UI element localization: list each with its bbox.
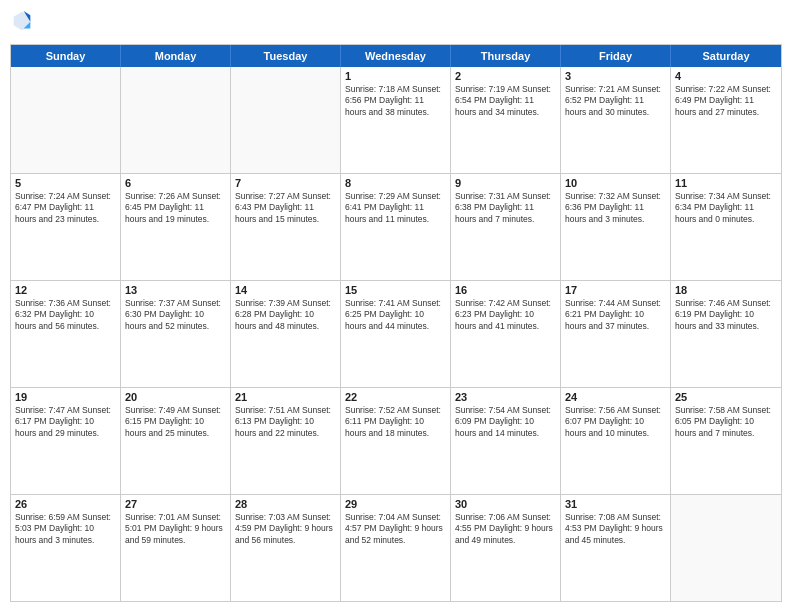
day-info: Sunrise: 7:58 AM Sunset: 6:05 PM Dayligh… [675,405,777,439]
day-number: 29 [345,498,446,510]
day-number: 1 [345,70,446,82]
day-number: 20 [125,391,226,403]
day-number: 25 [675,391,777,403]
day-number: 11 [675,177,777,189]
logo-icon [12,10,32,32]
day-info: Sunrise: 7:29 AM Sunset: 6:41 PM Dayligh… [345,191,446,225]
calendar: SundayMondayTuesdayWednesdayThursdayFrid… [10,44,782,602]
day-info: Sunrise: 7:56 AM Sunset: 6:07 PM Dayligh… [565,405,666,439]
day-number: 27 [125,498,226,510]
day-cell-22: 22Sunrise: 7:52 AM Sunset: 6:11 PM Dayli… [341,388,451,494]
day-number: 5 [15,177,116,189]
day-cell-26: 26Sunrise: 6:59 AM Sunset: 5:03 PM Dayli… [11,495,121,601]
day-info: Sunrise: 7:54 AM Sunset: 6:09 PM Dayligh… [455,405,556,439]
day-info: Sunrise: 7:51 AM Sunset: 6:13 PM Dayligh… [235,405,336,439]
day-info: Sunrise: 7:18 AM Sunset: 6:56 PM Dayligh… [345,84,446,118]
day-info: Sunrise: 7:39 AM Sunset: 6:28 PM Dayligh… [235,298,336,332]
day-info: Sunrise: 7:41 AM Sunset: 6:25 PM Dayligh… [345,298,446,332]
day-number: 23 [455,391,556,403]
day-number: 21 [235,391,336,403]
day-info: Sunrise: 7:01 AM Sunset: 5:01 PM Dayligh… [125,512,226,546]
calendar-body: 1Sunrise: 7:18 AM Sunset: 6:56 PM Daylig… [11,67,781,601]
day-info: Sunrise: 7:52 AM Sunset: 6:11 PM Dayligh… [345,405,446,439]
day-number: 28 [235,498,336,510]
day-cell-24: 24Sunrise: 7:56 AM Sunset: 6:07 PM Dayli… [561,388,671,494]
day-info: Sunrise: 6:59 AM Sunset: 5:03 PM Dayligh… [15,512,116,546]
header-day-sunday: Sunday [11,45,121,67]
day-cell-28: 28Sunrise: 7:03 AM Sunset: 4:59 PM Dayli… [231,495,341,601]
day-cell-6: 6Sunrise: 7:26 AM Sunset: 6:45 PM Daylig… [121,174,231,280]
day-cell-31: 31Sunrise: 7:08 AM Sunset: 4:53 PM Dayli… [561,495,671,601]
day-info: Sunrise: 7:34 AM Sunset: 6:34 PM Dayligh… [675,191,777,225]
calendar-header: SundayMondayTuesdayWednesdayThursdayFrid… [11,45,781,67]
day-info: Sunrise: 7:27 AM Sunset: 6:43 PM Dayligh… [235,191,336,225]
day-info: Sunrise: 7:31 AM Sunset: 6:38 PM Dayligh… [455,191,556,225]
day-number: 2 [455,70,556,82]
day-cell-13: 13Sunrise: 7:37 AM Sunset: 6:30 PM Dayli… [121,281,231,387]
day-info: Sunrise: 7:08 AM Sunset: 4:53 PM Dayligh… [565,512,666,546]
day-cell-25: 25Sunrise: 7:58 AM Sunset: 6:05 PM Dayli… [671,388,781,494]
day-cell-1: 1Sunrise: 7:18 AM Sunset: 6:56 PM Daylig… [341,67,451,173]
day-cell-19: 19Sunrise: 7:47 AM Sunset: 6:17 PM Dayli… [11,388,121,494]
day-cell-17: 17Sunrise: 7:44 AM Sunset: 6:21 PM Dayli… [561,281,671,387]
day-number: 26 [15,498,116,510]
day-cell-12: 12Sunrise: 7:36 AM Sunset: 6:32 PM Dayli… [11,281,121,387]
empty-cell [231,67,341,173]
day-number: 18 [675,284,777,296]
day-cell-5: 5Sunrise: 7:24 AM Sunset: 6:47 PM Daylig… [11,174,121,280]
day-info: Sunrise: 7:21 AM Sunset: 6:52 PM Dayligh… [565,84,666,118]
day-cell-10: 10Sunrise: 7:32 AM Sunset: 6:36 PM Dayli… [561,174,671,280]
calendar-row-4: 19Sunrise: 7:47 AM Sunset: 6:17 PM Dayli… [11,387,781,494]
day-cell-21: 21Sunrise: 7:51 AM Sunset: 6:13 PM Dayli… [231,388,341,494]
day-info: Sunrise: 7:06 AM Sunset: 4:55 PM Dayligh… [455,512,556,546]
day-info: Sunrise: 7:47 AM Sunset: 6:17 PM Dayligh… [15,405,116,439]
day-cell-3: 3Sunrise: 7:21 AM Sunset: 6:52 PM Daylig… [561,67,671,173]
day-number: 6 [125,177,226,189]
day-cell-8: 8Sunrise: 7:29 AM Sunset: 6:41 PM Daylig… [341,174,451,280]
day-info: Sunrise: 7:04 AM Sunset: 4:57 PM Dayligh… [345,512,446,546]
day-number: 14 [235,284,336,296]
page: SundayMondayTuesdayWednesdayThursdayFrid… [0,0,792,612]
day-cell-11: 11Sunrise: 7:34 AM Sunset: 6:34 PM Dayli… [671,174,781,280]
empty-cell [11,67,121,173]
day-number: 15 [345,284,446,296]
day-cell-14: 14Sunrise: 7:39 AM Sunset: 6:28 PM Dayli… [231,281,341,387]
day-number: 7 [235,177,336,189]
day-info: Sunrise: 7:36 AM Sunset: 6:32 PM Dayligh… [15,298,116,332]
empty-cell [671,495,781,601]
day-number: 9 [455,177,556,189]
header-day-monday: Monday [121,45,231,67]
day-cell-2: 2Sunrise: 7:19 AM Sunset: 6:54 PM Daylig… [451,67,561,173]
day-info: Sunrise: 7:24 AM Sunset: 6:47 PM Dayligh… [15,191,116,225]
empty-cell [121,67,231,173]
day-cell-4: 4Sunrise: 7:22 AM Sunset: 6:49 PM Daylig… [671,67,781,173]
header-day-friday: Friday [561,45,671,67]
day-number: 10 [565,177,666,189]
header [10,10,782,36]
header-day-thursday: Thursday [451,45,561,67]
day-info: Sunrise: 7:42 AM Sunset: 6:23 PM Dayligh… [455,298,556,332]
day-cell-20: 20Sunrise: 7:49 AM Sunset: 6:15 PM Dayli… [121,388,231,494]
day-number: 13 [125,284,226,296]
day-cell-16: 16Sunrise: 7:42 AM Sunset: 6:23 PM Dayli… [451,281,561,387]
logo [10,10,34,36]
calendar-row-3: 12Sunrise: 7:36 AM Sunset: 6:32 PM Dayli… [11,280,781,387]
calendar-row-2: 5Sunrise: 7:24 AM Sunset: 6:47 PM Daylig… [11,173,781,280]
day-number: 30 [455,498,556,510]
day-info: Sunrise: 7:46 AM Sunset: 6:19 PM Dayligh… [675,298,777,332]
day-cell-30: 30Sunrise: 7:06 AM Sunset: 4:55 PM Dayli… [451,495,561,601]
header-day-saturday: Saturday [671,45,781,67]
header-day-wednesday: Wednesday [341,45,451,67]
day-cell-18: 18Sunrise: 7:46 AM Sunset: 6:19 PM Dayli… [671,281,781,387]
day-number: 16 [455,284,556,296]
day-number: 8 [345,177,446,189]
day-number: 24 [565,391,666,403]
day-info: Sunrise: 7:19 AM Sunset: 6:54 PM Dayligh… [455,84,556,118]
day-cell-9: 9Sunrise: 7:31 AM Sunset: 6:38 PM Daylig… [451,174,561,280]
calendar-row-5: 26Sunrise: 6:59 AM Sunset: 5:03 PM Dayli… [11,494,781,601]
day-number: 17 [565,284,666,296]
day-cell-15: 15Sunrise: 7:41 AM Sunset: 6:25 PM Dayli… [341,281,451,387]
calendar-row-1: 1Sunrise: 7:18 AM Sunset: 6:56 PM Daylig… [11,67,781,173]
day-info: Sunrise: 7:32 AM Sunset: 6:36 PM Dayligh… [565,191,666,225]
day-number: 4 [675,70,777,82]
